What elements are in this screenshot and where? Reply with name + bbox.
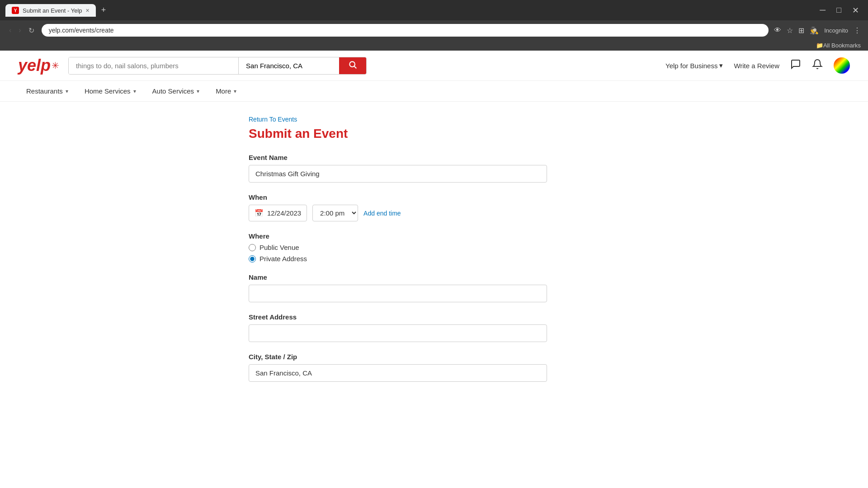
address-text: yelp.com/events/create <box>49 27 114 34</box>
tab-title: Submit an Event - Yelp <box>23 7 82 14</box>
home-services-chevron-icon: ▾ <box>133 88 136 94</box>
tab-close-button[interactable]: × <box>86 7 90 14</box>
window-controls: ─ □ ✕ <box>816 5 863 16</box>
nav-auto-services-label: Auto Services <box>152 87 194 95</box>
name-input[interactable] <box>249 285 547 302</box>
browser-actions: 👁 ☆ ⊞ 🕵 Incognito ⋮ <box>774 26 861 35</box>
maximize-button[interactable]: □ <box>833 5 845 16</box>
bookmarks-folder-icon: 📁 <box>816 42 823 49</box>
date-input-wrap[interactable]: 📅 12/24/2023 <box>249 205 307 221</box>
public-venue-radio-label[interactable]: Public Venue <box>249 244 619 251</box>
event-name-label: Event Name <box>249 154 619 161</box>
yelp-logo-burst: ✳ <box>52 60 59 71</box>
nav-item-home-services[interactable]: Home Services ▾ <box>76 81 144 101</box>
search-input[interactable] <box>69 57 238 74</box>
tab-favicon: Y <box>12 7 19 14</box>
address-bar[interactable]: yelp.com/events/create <box>42 24 769 37</box>
new-tab-button[interactable]: + <box>98 4 110 17</box>
yelp-header: yelp ✳ Yelp for Business ▾ Write a Revie… <box>0 51 868 81</box>
public-venue-text: Public Venue <box>259 244 299 251</box>
bookmarks-label[interactable]: All Bookmarks <box>823 42 861 49</box>
nav-item-auto-services[interactable]: Auto Services ▾ <box>144 81 208 101</box>
return-to-events-link[interactable]: Return To Events <box>249 116 297 123</box>
bookmarks-bar: 📁 All Bookmarks <box>0 40 868 51</box>
browser-tab-active[interactable]: Y Submit an Event - Yelp × <box>5 4 96 17</box>
name-group: Name <box>249 273 619 302</box>
nav-item-restaurants[interactable]: Restaurants ▾ <box>18 81 76 101</box>
name-label: Name <box>249 273 619 281</box>
split-view-icon[interactable]: ⊞ <box>798 26 804 35</box>
browser-nav-bar: ‹ › ↻ yelp.com/events/create 👁 ☆ ⊞ 🕵 Inc… <box>0 20 868 40</box>
user-avatar[interactable] <box>834 57 850 74</box>
date-value: 12/24/2023 <box>267 209 301 217</box>
reload-button[interactable]: ↻ <box>27 24 36 37</box>
private-address-radio[interactable] <box>249 255 256 263</box>
incognito-label: Incognito <box>824 27 848 34</box>
when-group: When 📅 12/24/2023 2:00 pm 2:30 pm 3:00 p… <box>249 193 619 221</box>
bookmark-icon[interactable]: ☆ <box>787 26 793 35</box>
private-address-text: Private Address <box>259 255 307 263</box>
yelp-logo-text: yelp <box>18 56 51 75</box>
where-group: Where Public Venue Private Address <box>249 232 619 263</box>
street-label: Street Address <box>249 313 619 321</box>
city-input[interactable] <box>249 364 547 382</box>
search-bar <box>68 57 367 75</box>
yelp-for-business-chevron: ▾ <box>719 61 723 70</box>
yelp-for-business-link[interactable]: Yelp for Business ▾ <box>665 61 723 70</box>
city-label: City, State / Zip <box>249 353 619 361</box>
close-window-button[interactable]: ✕ <box>849 5 863 16</box>
browser-chrome: Y Submit an Event - Yelp × + ─ □ ✕ <box>0 0 868 20</box>
event-name-group: Event Name <box>249 154 619 183</box>
messages-icon[interactable] <box>790 59 801 72</box>
when-row: 📅 12/24/2023 2:00 pm 2:30 pm 3:00 pm Add… <box>249 205 619 221</box>
nav-buttons: ‹ › ↻ <box>7 24 36 37</box>
calendar-icon: 📅 <box>255 209 264 217</box>
nav-categories: Restaurants ▾ Home Services ▾ Auto Servi… <box>0 81 868 102</box>
add-end-time-link[interactable]: Add end time <box>363 210 401 217</box>
location-input[interactable] <box>239 57 339 74</box>
search-button[interactable] <box>339 57 366 74</box>
nav-home-services-label: Home Services <box>85 87 131 95</box>
header-actions: Yelp for Business ▾ Write a Review <box>665 57 850 74</box>
svg-line-1 <box>354 66 357 68</box>
yelp-for-business-label: Yelp for Business <box>665 62 717 70</box>
street-address-group: Street Address <box>249 313 619 342</box>
nav-more-label: More <box>216 87 231 95</box>
write-review-link[interactable]: Write a Review <box>734 62 779 70</box>
restaurants-chevron-icon: ▾ <box>66 88 68 94</box>
back-button[interactable]: ‹ <box>7 24 13 36</box>
browser-tabs: Y Submit an Event - Yelp × + <box>5 4 109 17</box>
nav-restaurants-label: Restaurants <box>26 87 63 95</box>
incognito-icon: 🕵 <box>810 26 819 35</box>
forward-button[interactable]: › <box>17 24 23 36</box>
venue-type-radio-group: Public Venue Private Address <box>249 244 619 263</box>
menu-icon[interactable]: ⋮ <box>854 26 861 35</box>
where-label: Where <box>249 232 619 240</box>
main-content: Return To Events Submit an Event Event N… <box>231 102 637 406</box>
public-venue-radio[interactable] <box>249 244 256 251</box>
hide-icon: 👁 <box>774 26 781 34</box>
yelp-logo[interactable]: yelp ✳ <box>18 56 59 75</box>
street-address-input[interactable] <box>249 324 547 342</box>
private-address-radio-label[interactable]: Private Address <box>249 255 619 263</box>
nav-item-more[interactable]: More ▾ <box>208 81 245 101</box>
page-title: Submit an Event <box>249 127 619 141</box>
time-select[interactable]: 2:00 pm 2:30 pm 3:00 pm <box>312 205 358 221</box>
when-label: When <box>249 193 619 201</box>
city-group: City, State / Zip <box>249 353 619 382</box>
minimize-button[interactable]: ─ <box>816 5 829 16</box>
notifications-icon[interactable] <box>812 59 823 72</box>
more-chevron-icon: ▾ <box>234 88 236 94</box>
svg-point-0 <box>349 61 355 67</box>
auto-services-chevron-icon: ▾ <box>197 88 199 94</box>
event-name-input[interactable] <box>249 165 547 183</box>
